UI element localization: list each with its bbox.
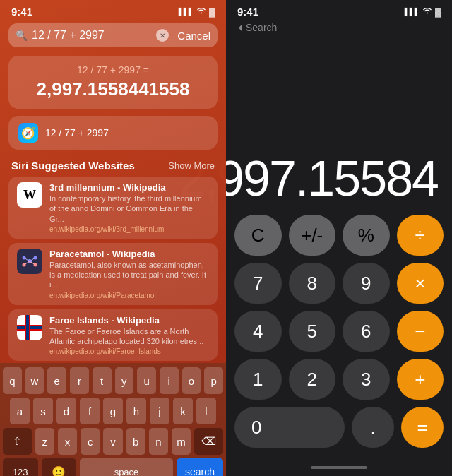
btn-9[interactable]: 9: [343, 263, 390, 304]
key-q[interactable]: q: [3, 367, 22, 394]
site-info-1: 3rd millennium - Wikipedia In contempora…: [49, 182, 209, 233]
btn-clear[interactable]: C: [234, 215, 282, 256]
signal-icon-right: ▌▌▌: [405, 8, 420, 16]
key-z[interactable]: z: [35, 428, 54, 455]
key-i[interactable]: i: [160, 367, 179, 394]
wifi-icon-left: [196, 8, 206, 16]
key-g[interactable]: g: [103, 398, 123, 424]
key-l[interactable]: l: [196, 398, 216, 424]
battery-icon-left: ▓: [209, 8, 215, 16]
btn-7[interactable]: 7: [234, 263, 282, 304]
btn-row-1: C +/- % ÷: [234, 215, 444, 256]
site-title-1: 3rd millennium - Wikipedia: [49, 182, 209, 193]
calc-buttons: C +/- % ÷ 7 8 9 × 4 5 6 − 1 2 3 + 0: [226, 215, 452, 462]
back-button[interactable]: Search: [237, 22, 441, 33]
site-desc-1: In contemporary history, the third mille…: [49, 194, 209, 224]
result-value: 2,997.1558441558: [20, 78, 206, 100]
back-row: Search: [226, 20, 452, 36]
status-bar-right: 9:41 ▌▌▌ ▓: [226, 0, 452, 20]
website-item-1[interactable]: W 3rd millennium - Wikipedia In contempo…: [8, 177, 218, 239]
result-expression: 12 / 77 + 2997 =: [20, 64, 206, 76]
show-more-button[interactable]: Show More: [168, 160, 215, 171]
time-left: 9:41: [11, 6, 32, 18]
cancel-button[interactable]: Cancel: [177, 30, 210, 42]
site-info-3: Faroe Islands - Wikipedia The Faroe or F…: [49, 315, 209, 356]
key-shift[interactable]: ⇧: [3, 428, 32, 455]
key-b[interactable]: b: [126, 428, 145, 455]
key-v[interactable]: v: [103, 428, 122, 455]
site-title-3: Faroe Islands - Wikipedia: [49, 315, 209, 326]
key-c[interactable]: c: [81, 428, 100, 455]
wifi-icon-right: [422, 6, 432, 17]
section-title: Siri Suggested Websites: [11, 160, 135, 172]
search-bar[interactable]: 🔍 12 / 77 + 2997 ✕ Cancel: [8, 23, 218, 47]
search-button[interactable]: search: [177, 458, 223, 476]
key-m[interactable]: m: [172, 428, 191, 455]
key-x[interactable]: x: [58, 428, 77, 455]
btn-dot[interactable]: .: [352, 407, 394, 448]
btn-equals[interactable]: =: [401, 407, 444, 448]
btn-row-5: 0 . =: [234, 407, 444, 448]
btn-subtract[interactable]: −: [397, 311, 444, 352]
key-y[interactable]: y: [115, 367, 134, 394]
faroe-icon: [17, 315, 42, 340]
key-n[interactable]: n: [149, 428, 168, 455]
btn-row-2: 7 8 9 ×: [234, 263, 444, 304]
btn-multiply[interactable]: ×: [397, 263, 444, 304]
safari-suggestion[interactable]: 🧭 12 / 77 + 2997: [8, 116, 218, 150]
site-url-2: en.wikipedia.org/wiki/Paracetamol: [49, 292, 209, 299]
key-j[interactable]: j: [150, 398, 170, 424]
key-f[interactable]: f: [80, 398, 100, 424]
clear-button[interactable]: ✕: [156, 29, 169, 42]
btn-0[interactable]: 0: [234, 407, 345, 448]
btn-add[interactable]: +: [397, 359, 444, 400]
key-a[interactable]: a: [10, 398, 30, 424]
btn-percent[interactable]: %: [343, 215, 390, 256]
key-space[interactable]: space: [80, 458, 173, 476]
key-r[interactable]: r: [70, 367, 89, 394]
key-w[interactable]: w: [25, 367, 44, 394]
home-bar: [311, 466, 367, 469]
key-delete[interactable]: ⌫: [194, 428, 223, 455]
btn-row-4: 1 2 3 +: [234, 359, 444, 400]
key-k[interactable]: k: [173, 398, 193, 424]
btn-6[interactable]: 6: [343, 311, 390, 352]
btn-3[interactable]: 3: [343, 359, 390, 400]
key-row-1: q w e r t y u i o p: [3, 367, 223, 394]
key-p[interactable]: p: [204, 367, 223, 394]
safari-icon: 🧭: [18, 123, 38, 143]
section-header: Siri Suggested Websites Show More: [0, 154, 226, 174]
btn-divide[interactable]: ÷: [397, 215, 444, 256]
btn-8[interactable]: 8: [289, 263, 336, 304]
website-item-3[interactable]: Faroe Islands - Wikipedia The Faroe or F…: [8, 309, 218, 362]
btn-5[interactable]: 5: [289, 311, 336, 352]
btn-row-3: 4 5 6 −: [234, 311, 444, 352]
btn-plusminus[interactable]: +/-: [289, 215, 336, 256]
btn-2[interactable]: 2: [289, 359, 336, 400]
website-item-2[interactable]: Paracetamol - Wikipedia Paracetamol, als…: [8, 243, 218, 305]
site-desc-3: The Faroe or Faeroe Islands are a North …: [49, 326, 209, 347]
key-u[interactable]: u: [137, 367, 156, 394]
key-numbers[interactable]: 123: [3, 458, 38, 476]
btn-1[interactable]: 1: [234, 359, 282, 400]
status-icons-left: ▌▌▌ ▓: [179, 8, 215, 16]
spotlight-panel: 9:41 ▌▌▌ ▓ 🔍 12 / 77 + 2997 ✕ Cancel 12 …: [0, 0, 226, 476]
key-t[interactable]: t: [93, 367, 112, 394]
key-emoji[interactable]: 🙂: [42, 458, 77, 476]
calc-display: 2,997.15584: [226, 36, 452, 215]
key-row-3: ⇧ z x c v b n m ⌫: [3, 428, 223, 455]
key-o[interactable]: o: [182, 367, 201, 394]
left-content: 9:41 ▌▌▌ ▓ 🔍 12 / 77 + 2997 ✕ Cancel 12 …: [0, 0, 226, 476]
site-url-1: en.wikipedia.org/wiki/3rd_millennium: [49, 225, 209, 233]
key-s[interactable]: s: [33, 398, 53, 424]
search-query[interactable]: 12 / 77 + 2997: [32, 29, 152, 42]
key-e[interactable]: e: [47, 367, 66, 394]
time-right: 9:41: [237, 6, 258, 18]
status-bar-left: 9:41 ▌▌▌ ▓: [0, 0, 226, 20]
back-label: Search: [246, 22, 277, 33]
key-d[interactable]: d: [56, 398, 76, 424]
key-h[interactable]: h: [126, 398, 146, 424]
status-icons-right: ▌▌▌ ▓: [405, 6, 441, 17]
btn-4[interactable]: 4: [234, 311, 282, 352]
home-indicator: [226, 462, 452, 476]
